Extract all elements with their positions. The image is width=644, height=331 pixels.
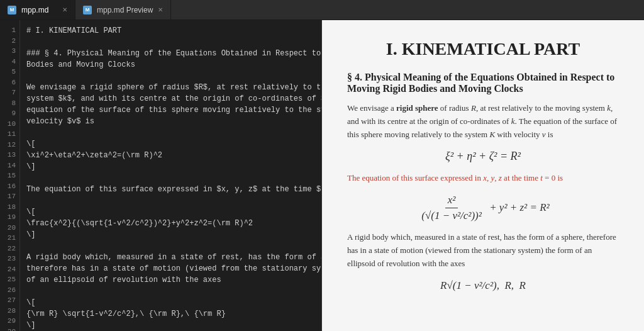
editor-tab-icon: M <box>8 6 16 14</box>
editor-tab-label: mpp.md <box>21 6 48 14</box>
preview-para3: A rigid body which, measured in a state … <box>347 231 619 270</box>
editor-pane: 1234567891011121314151617181920212223242… <box>0 20 322 331</box>
preview-para1: We envisage a rigid sphere of radius R, … <box>347 102 619 141</box>
preview-title: I. KINEMATICAL PART <box>347 39 619 59</box>
preview-para2: The equation of this surface expressed i… <box>347 172 619 185</box>
preview-tab-icon: M <box>83 6 92 14</box>
preview-pane[interactable]: I. KINEMATICAL PART § 4. Physical Meanin… <box>322 20 644 331</box>
code-content[interactable]: # I. KINEMATICAL PART### § 4. Physical M… <box>20 20 321 331</box>
preview-section-title: § 4. Physical Meaning of the Equations O… <box>347 72 619 94</box>
preview-tab-label: mpp.md Preview <box>97 6 153 14</box>
equation-block-1: ξ² + η² + ζ² = R² <box>347 150 619 163</box>
line-numbers: 1234567891011121314151617181920212223242… <box>0 20 20 331</box>
tab-editor[interactable]: M mpp.md ✕ <box>0 0 75 20</box>
tab-preview[interactable]: M mpp.md Preview ✕ <box>75 0 171 20</box>
equation-block-3: R√(1 − v²/c²), R, R <box>347 279 619 292</box>
preview-tab-close[interactable]: ✕ <box>158 6 163 13</box>
tab-bar: M mpp.md ✕ M mpp.md Preview ✕ <box>0 0 644 20</box>
equation-block-2: x² (√(1 − v²/c²))² + y² + z² = R² <box>347 194 619 222</box>
editor-tab-close[interactable]: ✕ <box>62 6 67 13</box>
content-area: 1234567891011121314151617181920212223242… <box>0 20 644 331</box>
